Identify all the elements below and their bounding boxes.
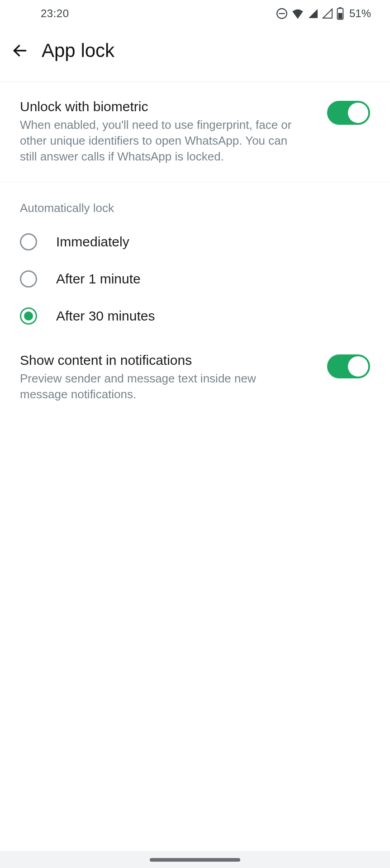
status-time: 23:20 <box>41 7 69 20</box>
back-button[interactable] <box>11 42 29 60</box>
radio-label: Immediately <box>56 234 129 250</box>
radio-label: After 1 minute <box>56 271 141 287</box>
notifications-toggle[interactable] <box>327 354 370 378</box>
autolock-section-label: Automatically lock <box>0 182 390 223</box>
biometric-title: Unlock with biometric <box>20 99 316 114</box>
radio-button[interactable] <box>20 307 37 325</box>
biometric-toggle[interactable] <box>327 101 370 125</box>
status-bar: 23:20 51% <box>0 0 390 27</box>
biometric-desc: When enabled, you'll need to use fingerp… <box>20 117 300 165</box>
autolock-option-1min[interactable]: After 1 minute <box>0 260 390 297</box>
notifications-text: Show content in notifications Preview se… <box>20 353 316 402</box>
status-icons: 51% <box>276 7 371 20</box>
biometric-row[interactable]: Unlock with biometric When enabled, you'… <box>0 82 390 182</box>
signal-1-icon <box>308 8 319 19</box>
do-not-disturb-icon <box>276 8 288 19</box>
radio-button[interactable] <box>20 233 37 250</box>
battery-percent: 51% <box>349 7 371 20</box>
toggle-knob <box>348 356 368 377</box>
radio-button[interactable] <box>20 270 37 288</box>
notifications-desc: Preview sender and message text inside n… <box>20 371 300 402</box>
page-title: App lock <box>42 40 114 61</box>
autolock-option-immediately[interactable]: Immediately <box>0 223 390 260</box>
battery-icon <box>337 7 344 20</box>
notifications-title: Show content in notifications <box>20 353 316 368</box>
home-indicator[interactable] <box>150 858 240 862</box>
page-header: App lock <box>0 27 390 82</box>
toggle-knob <box>348 103 368 123</box>
biometric-text: Unlock with biometric When enabled, you'… <box>20 99 316 165</box>
wifi-icon <box>291 8 304 19</box>
signal-2-icon <box>322 8 333 19</box>
autolock-option-30min[interactable]: After 30 minutes <box>0 297 390 335</box>
radio-label: After 30 minutes <box>56 308 155 324</box>
arrow-left-icon <box>11 42 29 59</box>
app-lock-screen: 23:20 51% App lock <box>0 0 390 868</box>
notifications-row[interactable]: Show content in notifications Preview se… <box>0 335 390 402</box>
svg-rect-4 <box>338 13 342 19</box>
